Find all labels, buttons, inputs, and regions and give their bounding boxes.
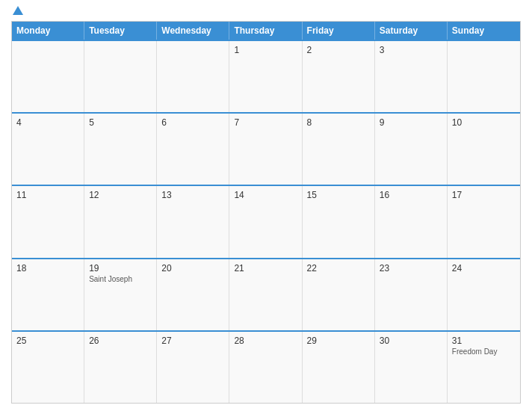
cal-cell: 1 — [229, 41, 302, 112]
calendar-week-1: 123 — [12, 40, 520, 112]
cal-cell: 23 — [375, 259, 448, 330]
cal-cell: 25 — [12, 332, 84, 403]
cal-cell: 8 — [303, 114, 375, 185]
cal-cell: 22 — [303, 259, 375, 330]
calendar-header-row: MondayTuesdayWednesdayThursdayFridaySatu… — [12, 22, 520, 40]
cal-cell: 28 — [229, 332, 302, 403]
col-header-monday: Monday — [12, 22, 84, 40]
day-number: 27 — [161, 336, 224, 346]
logo-triangle-icon — [13, 6, 23, 15]
cal-cell: 20 — [157, 259, 229, 330]
cal-cell — [157, 41, 229, 112]
day-number: 15 — [307, 190, 370, 200]
logo-block — [11, 7, 23, 15]
col-header-friday: Friday — [303, 22, 375, 40]
calendar-page: MondayTuesdayWednesdayThursdayFridaySatu… — [0, 0, 532, 411]
cal-cell: 13 — [157, 186, 229, 257]
calendar-grid: MondayTuesdayWednesdayThursdayFridaySatu… — [11, 21, 521, 404]
calendar-week-5: 25262728293031Freedom Day — [12, 330, 520, 403]
calendar-week-3: 11121314151617 — [12, 185, 520, 257]
cal-cell: 10 — [448, 114, 520, 185]
cal-cell: 15 — [303, 186, 375, 257]
calendar-week-4: 1819Saint Joseph2021222324 — [12, 258, 520, 330]
calendar-week-2: 45678910 — [12, 112, 520, 185]
cal-cell: 11 — [12, 186, 84, 257]
day-number: 16 — [380, 190, 442, 200]
col-header-thursday: Thursday — [229, 22, 302, 40]
cal-cell: 16 — [375, 186, 448, 257]
day-number: 5 — [89, 117, 152, 128]
cal-cell: 18 — [12, 259, 84, 330]
day-event: Saint Joseph — [89, 275, 152, 283]
cal-cell — [448, 41, 520, 112]
day-event: Freedom Day — [452, 347, 516, 356]
day-number: 6 — [161, 117, 224, 128]
day-number: 4 — [16, 117, 79, 128]
logo-row1 — [11, 7, 23, 15]
cal-cell — [12, 41, 84, 112]
calendar-body: 12345678910111213141516171819Saint Josep… — [12, 40, 520, 403]
day-number: 11 — [16, 190, 79, 200]
day-number: 30 — [380, 336, 442, 346]
day-number: 28 — [234, 336, 297, 346]
cal-cell: 2 — [303, 41, 375, 112]
cal-cell: 14 — [229, 186, 302, 257]
day-number: 18 — [16, 263, 79, 274]
day-number: 19 — [89, 263, 152, 274]
cal-cell: 12 — [84, 186, 157, 257]
day-number: 7 — [234, 117, 297, 128]
cal-cell: 17 — [448, 186, 520, 257]
col-header-saturday: Saturday — [375, 22, 448, 40]
day-number: 20 — [161, 263, 224, 274]
day-number: 24 — [452, 263, 516, 274]
day-number: 22 — [307, 263, 370, 274]
cal-cell: 27 — [157, 332, 229, 403]
day-number: 9 — [380, 117, 442, 128]
day-number: 26 — [89, 336, 152, 346]
cal-cell: 19Saint Joseph — [84, 259, 157, 330]
day-number: 25 — [16, 336, 79, 346]
day-number: 2 — [307, 45, 370, 55]
day-number: 12 — [89, 190, 152, 200]
day-number: 8 — [307, 117, 370, 128]
cal-cell: 29 — [303, 332, 375, 403]
day-number: 31 — [452, 336, 516, 346]
cal-cell: 3 — [375, 41, 448, 112]
day-number: 14 — [234, 190, 297, 200]
cal-cell: 26 — [84, 332, 157, 403]
day-number: 29 — [307, 336, 370, 346]
cal-cell: 5 — [84, 114, 157, 185]
day-number: 1 — [234, 45, 297, 55]
header — [11, 7, 521, 15]
cal-cell: 6 — [157, 114, 229, 185]
day-number: 23 — [380, 263, 442, 274]
cal-cell: 4 — [12, 114, 84, 185]
day-number: 13 — [161, 190, 224, 200]
cal-cell: 31Freedom Day — [448, 332, 520, 403]
cal-cell: 30 — [375, 332, 448, 403]
col-header-sunday: Sunday — [448, 22, 520, 40]
day-number: 17 — [452, 190, 516, 200]
col-header-tuesday: Tuesday — [84, 22, 157, 40]
day-number: 10 — [452, 117, 516, 128]
cal-cell — [84, 41, 157, 112]
cal-cell: 24 — [448, 259, 520, 330]
cal-cell: 9 — [375, 114, 448, 185]
cal-cell: 7 — [229, 114, 302, 185]
logo — [11, 7, 23, 15]
day-number: 21 — [234, 263, 297, 274]
day-number: 3 — [380, 45, 442, 55]
col-header-wednesday: Wednesday — [157, 22, 229, 40]
cal-cell: 21 — [229, 259, 302, 330]
